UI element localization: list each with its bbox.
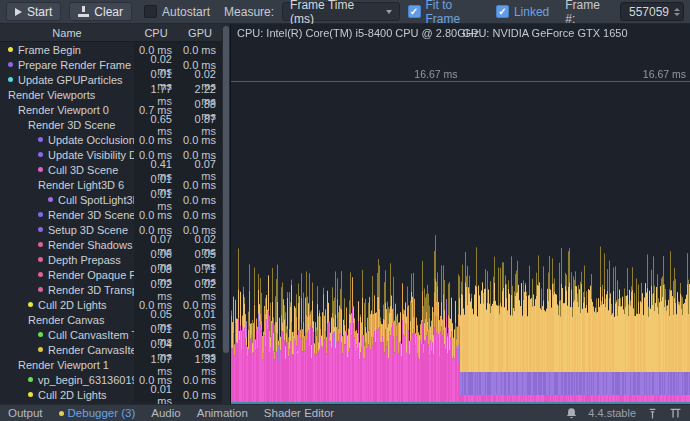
row-name-label: Render Canvas bbox=[28, 314, 104, 326]
clear-button-label: Clear bbox=[94, 5, 123, 19]
version-label[interactable]: 4.4.stable bbox=[588, 407, 636, 419]
pin-panel-icon[interactable] bbox=[646, 407, 659, 420]
fit-to-frame-checkbox[interactable] bbox=[408, 5, 421, 18]
category-color-dot bbox=[38, 242, 43, 247]
row-name-label: Prepare Render Frame bbox=[18, 59, 131, 71]
expand-bottom-panel-icon[interactable] bbox=[669, 407, 682, 420]
row-gpu-value: 0.0 ms bbox=[178, 192, 222, 207]
frame-number-input[interactable]: 557059 bbox=[620, 2, 684, 21]
column-header-gpu[interactable]: GPU bbox=[178, 27, 222, 39]
table-row[interactable]: Render 3D Scene0.0 ms0.0 ms bbox=[0, 207, 222, 222]
row-cpu-value: 0.0 ms bbox=[134, 132, 178, 147]
row-name-label: Render Viewport 1 bbox=[18, 359, 109, 371]
row-cpu-value: 1.07 ms bbox=[134, 357, 178, 372]
measure-dropdown-value: Frame Time (ms) bbox=[290, 0, 378, 26]
table-row[interactable]: Render 3D Transparent Pass0.02 ms0.02 ms bbox=[0, 282, 222, 297]
graph-bottom-border bbox=[231, 402, 690, 404]
table-row[interactable]: Render Viewport 11.07 ms1.33 ms bbox=[0, 357, 222, 372]
category-color-dot bbox=[28, 302, 33, 307]
scrollbar-thumb[interactable] bbox=[223, 26, 229, 353]
notifications-bell-icon[interactable] bbox=[565, 407, 578, 420]
bottom-tab-debugger-3[interactable]: Debugger (3) bbox=[59, 407, 136, 419]
column-header-cpu[interactable]: CPU bbox=[134, 27, 178, 39]
table-rows: Frame Begin0.0 ms0.0 msPrepare Render Fr… bbox=[0, 42, 222, 404]
frame-budget-gridline bbox=[231, 81, 690, 82]
table-row[interactable]: vp_begin_6313601925120.0 ms0.0 ms bbox=[0, 372, 222, 387]
profiler-tree-panel: Name CPU GPU Frame Begin0.0 ms0.0 msPrep… bbox=[0, 24, 230, 404]
row-name-label: Update Visibility Dependencies bbox=[48, 149, 134, 161]
row-name-label: Cull SpotLight3D Shadow bbox=[58, 194, 134, 206]
row-name-label: Setup 3D Scene bbox=[48, 224, 128, 236]
spin-up-icon[interactable] bbox=[674, 8, 680, 11]
category-color-dot bbox=[28, 377, 33, 382]
table-row[interactable]: Frame Begin0.0 ms0.0 ms bbox=[0, 42, 222, 57]
table-row[interactable]: Render 3D Scene0.65 ms0.87 ms bbox=[0, 117, 222, 132]
row-gpu-value: 0.0 ms bbox=[178, 207, 222, 222]
bottom-tab-shader-editor[interactable]: Shader Editor bbox=[264, 407, 334, 419]
row-name-label: Render 3D Transparent Pass bbox=[48, 284, 134, 296]
row-name-label: Cull 3D Scene bbox=[48, 164, 118, 176]
row-name-label: Frame Begin bbox=[18, 44, 81, 56]
row-cpu-value: 0.01 ms bbox=[134, 192, 178, 207]
row-name-label: Cull 2D Lights bbox=[38, 299, 106, 311]
play-icon bbox=[15, 8, 22, 16]
row-name-label: Render Opaque Pass bbox=[48, 269, 134, 281]
row-name-label: Cull 2D Lights bbox=[38, 389, 106, 401]
category-color-dot bbox=[8, 62, 13, 67]
row-gpu-value: 0.87 ms bbox=[178, 117, 222, 132]
category-color-dot bbox=[38, 227, 43, 232]
row-cpu-value: 0.02 ms bbox=[134, 282, 178, 297]
bottom-panel-bar: OutputDebugger (3)AudioAnimationShader E… bbox=[0, 404, 690, 421]
profiler-toolbar: Start Clear Autostart Measure: Frame Tim… bbox=[0, 0, 690, 24]
table-row[interactable]: Cull SpotLight3D Shadow0.01 ms0.0 ms bbox=[0, 192, 222, 207]
category-color-dot bbox=[38, 152, 43, 157]
table-row[interactable]: Render Canvas0.05 ms0.01 ms bbox=[0, 312, 222, 327]
row-gpu-value: 0.01 ms bbox=[178, 312, 222, 327]
category-color-dot bbox=[28, 392, 33, 397]
autostart-label: Autostart bbox=[162, 5, 210, 19]
clear-button[interactable]: Clear bbox=[69, 2, 132, 21]
row-gpu-value: 0.0 ms bbox=[178, 372, 222, 387]
row-cpu-value: 0.01 ms bbox=[134, 387, 178, 402]
bottom-tab-animation[interactable]: Animation bbox=[197, 407, 248, 419]
row-name-label: Cull CanvasItem Tree bbox=[48, 329, 134, 341]
row-gpu-value: 0.0 ms bbox=[178, 387, 222, 402]
category-color-dot bbox=[38, 347, 43, 352]
row-name-label: Depth Prepass bbox=[48, 254, 121, 266]
row-name-label: Render Viewports bbox=[8, 89, 95, 101]
debugger-warning-dot bbox=[59, 411, 64, 416]
measure-dropdown[interactable]: Frame Time (ms) bbox=[282, 2, 399, 21]
category-color-dot bbox=[38, 287, 43, 292]
column-header-name[interactable]: Name bbox=[0, 27, 134, 39]
bottom-tab-output[interactable]: Output bbox=[8, 407, 43, 419]
table-row[interactable]: Render Light3D 60.01 ms0.0 ms bbox=[0, 177, 222, 192]
row-name-label: Update GPUParticles bbox=[18, 74, 123, 86]
category-color-dot bbox=[8, 77, 13, 82]
row-gpu-value: 0.02 ms bbox=[178, 282, 222, 297]
godot-profiler-window: Start Clear Autostart Measure: Frame Tim… bbox=[0, 0, 690, 421]
linked-checkbox[interactable] bbox=[496, 5, 509, 18]
category-color-dot bbox=[38, 167, 43, 172]
table-scrollbar bbox=[222, 24, 230, 404]
clear-icon bbox=[78, 6, 89, 17]
category-color-dot bbox=[38, 137, 43, 142]
start-button[interactable]: Start bbox=[6, 2, 61, 21]
row-name-label: Render 3D Scene bbox=[28, 119, 115, 131]
gpu-grid-label: 16.67 ms bbox=[643, 68, 686, 80]
table-row[interactable]: Cull 2D Lights0.01 ms0.0 ms bbox=[0, 387, 222, 402]
bottom-tab-audio[interactable]: Audio bbox=[151, 407, 180, 419]
row-name-label: Render Viewport 0 bbox=[18, 104, 109, 116]
chevron-down-icon bbox=[386, 10, 392, 14]
frame-number-label: Frame #: bbox=[565, 0, 612, 26]
category-color-dot bbox=[38, 257, 43, 262]
row-name-label: Render Light3D 6 bbox=[38, 179, 124, 191]
category-color-dot bbox=[38, 212, 43, 217]
autostart-checkbox[interactable] bbox=[144, 5, 157, 18]
table-row[interactable]: Cull 3D Scene0.41 ms0.07 ms bbox=[0, 162, 222, 177]
category-color-dot bbox=[8, 47, 13, 52]
spin-down-icon[interactable] bbox=[674, 13, 680, 16]
measure-label: Measure: bbox=[224, 5, 274, 19]
table-row[interactable]: Update Occlusion Buffer0.0 ms0.0 ms bbox=[0, 132, 222, 147]
row-name-label: Render CanvasItems bbox=[48, 344, 134, 356]
category-color-dot bbox=[38, 272, 43, 277]
